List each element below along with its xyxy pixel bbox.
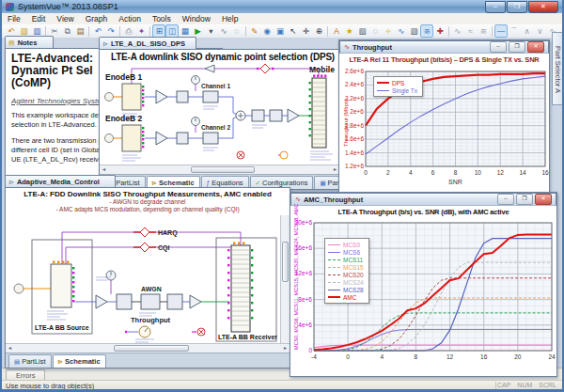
dps-body: LTE-A downlink SISO dynamic point select… (99, 49, 340, 190)
enodeb1-label: EnodeB 1 (105, 72, 142, 82)
throughput-minimize-button[interactable]: – (490, 41, 507, 53)
legend-item-dps: DPS (377, 79, 417, 86)
dps-window: ⊳ LTE_A_DL_SISO_DPS LTE-A downlink SISO … (99, 37, 340, 190)
throughput-y-axis-label: Throughput (Mbps) (343, 99, 349, 147)
toolbar-curve-1-icon[interactable]: ⌒ (508, 24, 521, 38)
menu-item-edit[interactable]: Edit (26, 13, 52, 24)
amc-legend: MCS0MCS6MCS11MCS15MCS20MCS24MCS28AMC (324, 238, 369, 304)
cap-indicator: CAP (497, 382, 510, 388)
adaptive-tab-partlist[interactable]: ▤PartList (8, 354, 52, 368)
svg-text:8e+6: 8e+6 (298, 296, 312, 303)
status-indicators: CAPNUMSCRL (497, 382, 556, 388)
amc-window: ∿ AMC_Throughput – ❐ ✕ LTE-A Throughput … (290, 192, 557, 377)
toolbar-probe-icon[interactable]: ✚ (433, 24, 446, 38)
scroll-right-arrow[interactable]: ▸ (281, 344, 290, 352)
adaptive-vertical-scrollbar[interactable] (280, 215, 290, 346)
toolbar-zoom-icon[interactable]: ⊕ (312, 24, 325, 38)
close-button[interactable]: ✕ (528, 1, 558, 13)
dps-horizontal-scrollbar[interactable]: ◂ ▸ (100, 165, 339, 174)
svg-text:0: 0 (308, 347, 312, 353)
graph-icon: ∿ (344, 43, 350, 51)
toolbar-stop-icon[interactable]: ◌ (230, 24, 243, 38)
graph-icon: ∿ (295, 196, 301, 203)
adaptive-schematic-canvas[interactable]: HARQ CQI AWGN Throughput LTE-A BB Source… (6, 215, 281, 346)
scroll-left-arrow[interactable]: ◂ (100, 165, 108, 173)
toolbar-sine-b-icon[interactable]: ≈ (464, 24, 478, 38)
toolbar-separator (327, 26, 328, 37)
amc-minimize-button[interactable]: – (497, 194, 514, 205)
amc-close-button[interactable]: ✕ (535, 194, 552, 205)
notes-titlebar[interactable]: ▤ Notes (5, 36, 54, 49)
amc-chart-area: LTE-A Throughput (b/s) vs. SNR (dB), wit… (290, 206, 556, 376)
scrollbar-thumb[interactable] (191, 166, 255, 173)
svg-text:4: 4 (380, 353, 384, 360)
svg-text:12: 12 (497, 169, 505, 176)
toolbar-refresh-icon[interactable]: ◌ (368, 24, 382, 38)
menu-item-help[interactable]: Help (216, 13, 243, 24)
svg-text:14: 14 (520, 169, 527, 176)
toolbar-sine-c-icon[interactable]: ≋ (477, 24, 490, 38)
toolbar-curve-3-icon[interactable]: ∨ (533, 24, 546, 38)
toolbar-favorite-icon[interactable]: ★ (343, 24, 356, 38)
systemvue-main-window: SystemVue™ 2013.08SP1 – ❐ ✕ FileEditView… (0, 0, 564, 392)
svg-text:20: 20 (514, 353, 522, 360)
adaptive-titlebar[interactable]: ⊳ Adaptive_Media_Control (5, 175, 116, 188)
notes-title: Notes (18, 39, 38, 47)
toolbar-annotate-icon[interactable]: ✎ (248, 24, 261, 38)
app-titlebar[interactable]: SystemVue™ 2013.08SP1 – ❐ ✕ (2, 0, 562, 13)
toolbar-new-window-icon[interactable]: ▣ (274, 24, 287, 38)
scrollbar-thumb[interactable] (282, 242, 289, 283)
dps-schematic-canvas[interactable]: EnodeB 1 EnodeB 2 Channel 1 Channel 2 Mo… (100, 63, 339, 167)
schematic-icon: ⊳ (8, 179, 14, 186)
toolbar-separator (448, 26, 449, 37)
adaptive-tab-schematic[interactable]: ⊳Schematic (53, 354, 106, 368)
throughput-close-button[interactable]: ✕ (527, 41, 544, 53)
parameters-tab-icon: ▦ (320, 180, 325, 187)
toolbar-line-style-icon[interactable]: — (494, 24, 508, 38)
amc-restore-button[interactable]: ❐ (516, 194, 533, 205)
scrl-indicator: SCRL (539, 382, 556, 388)
amc-title: AMC_Throughput (304, 196, 363, 204)
menu-item-file[interactable]: File (2, 13, 26, 24)
scroll-left-arrow[interactable]: ◂ (6, 344, 14, 352)
svg-text:1.4e+6: 1.4e+6 (345, 149, 364, 156)
enodeb2-label: EnodeB 2 (105, 114, 142, 123)
svg-text:SNR: SNR (448, 179, 462, 185)
toolbar-star-icon[interactable]: ✧ (382, 24, 395, 38)
adaptive-schematic-heading: LTE-A: FDD Downlink SISO Throughput Meas… (6, 188, 290, 198)
adaptive-title: Adaptive_Media_Control (17, 178, 100, 186)
toolbar-curve-2-icon[interactable]: ∧ (521, 24, 534, 38)
dps-titlebar[interactable]: ⊳ LTE_A_DL_SISO_DPS (99, 37, 196, 50)
toolbar-text-icon[interactable]: A (330, 24, 343, 38)
legend-item-amc: AMC (328, 293, 364, 301)
scrollbar-thumb[interactable] (114, 345, 190, 352)
menu-item-view[interactable]: View (51, 13, 79, 24)
adaptive-schematic-bullets: - AWGN to degrade channel- AMC adapts MC… (6, 198, 290, 213)
minimize-button[interactable]: – (485, 1, 506, 13)
svg-text:1.2e+6: 1.2e+6 (345, 163, 364, 169)
toolbar-select-icon[interactable]: ↖ (287, 24, 300, 38)
svg-text:0: 0 (346, 353, 350, 360)
menu-item-tools[interactable]: Tools (147, 13, 177, 24)
throughput-restore-button[interactable]: ❐ (509, 41, 525, 53)
toolbar-separator (88, 26, 89, 37)
toolbar-view-icon[interactable]: ◉ (260, 24, 274, 38)
menu-item-graph[interactable]: Graph (80, 13, 114, 24)
toolbar-image-icon[interactable]: ▨ (408, 24, 421, 38)
awgn-label: AWGN (141, 286, 162, 292)
amc-titlebar[interactable]: ∿ AMC_Throughput – ❐ ✕ (290, 193, 556, 206)
menu-item-action[interactable]: Action (113, 13, 147, 24)
toolbar-equation-icon[interactable]: ≋ (420, 24, 433, 38)
channel2-label: Channel 2 (201, 124, 230, 131)
toolbar-sine-a-icon[interactable]: ∿ (451, 24, 464, 38)
amc-body: ∿ AMC_Throughput – ❐ ✕ LTE-A Throughput … (290, 192, 557, 377)
menu-item-window[interactable]: Window (177, 13, 216, 24)
throughput-titlebar[interactable]: ∿ Throughput – ❐ ✕ (339, 40, 549, 54)
part-selector-tab[interactable]: Part Selector A (552, 32, 563, 105)
adaptive-horizontal-scrollbar[interactable]: ◂ ▸ (6, 343, 290, 353)
toolbar-wave-icon[interactable]: ∿ (395, 24, 408, 38)
toolbar-zoom-region-icon[interactable]: ▧ (356, 24, 369, 38)
dps-schematic-heading: LTE-A downlink SISO dynamic point select… (100, 50, 339, 62)
toolbar-move-icon[interactable]: ✛ (300, 24, 313, 38)
maximize-button[interactable]: ❐ (507, 1, 527, 13)
